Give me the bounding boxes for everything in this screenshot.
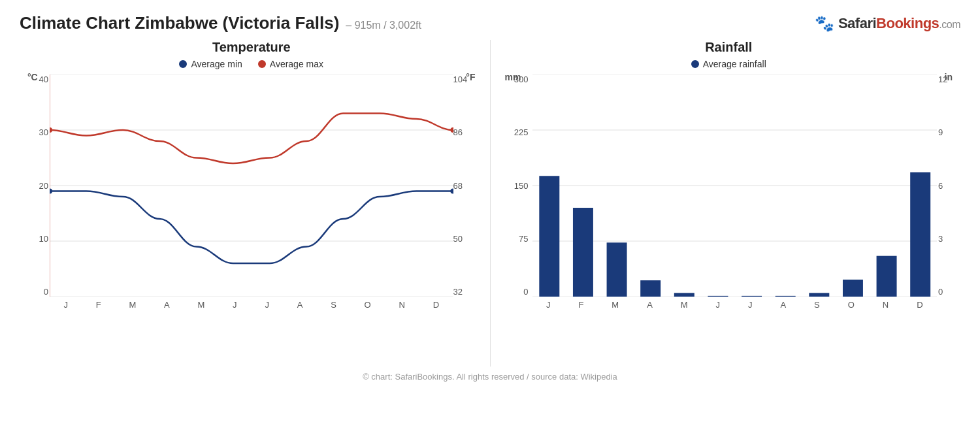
temp-right-32: 32: [453, 287, 463, 297]
rain-left-axis: 300 225 150 75 0: [505, 74, 529, 297]
temp-month-m2: M: [197, 300, 204, 310]
logo-icon: 🐾: [815, 14, 834, 33]
rainfall-chart-area: mm in 300 225 150 75 0 12 9 6 3 0: [504, 74, 955, 323]
rain-right-3: 3: [938, 234, 943, 244]
charts-row: Temperature Average min Average max °C °…: [20, 40, 960, 367]
temp-left-10: 10: [39, 234, 48, 244]
rainfall-chart-container: Rainfall Average rainfall mm in 300 225 …: [497, 40, 961, 367]
rain-month-j1: J: [546, 300, 551, 310]
temp-left-40: 40: [39, 74, 48, 84]
page-title: Climate Chart Zimbabwe (Victoria Falls): [20, 13, 339, 33]
temp-month-o: O: [365, 300, 371, 310]
temp-left-0: 0: [44, 287, 48, 297]
legend-item-rainfall: Average rainfall: [691, 59, 766, 69]
rain-month-s: S: [814, 300, 820, 310]
rain-month-j3: J: [748, 300, 753, 310]
temp-right-68: 68: [453, 181, 463, 191]
svg-rect-26: [910, 172, 930, 297]
rain-month-d: D: [917, 300, 923, 310]
temp-month-a2: A: [297, 300, 303, 310]
rain-left-225: 225: [514, 127, 529, 137]
subtitle: – 915m / 3,002ft: [346, 20, 421, 31]
svg-rect-17: [606, 242, 627, 297]
legend-label-rainfall: Average rainfall: [703, 59, 766, 69]
svg-rect-22: [775, 296, 795, 297]
svg-rect-19: [674, 293, 694, 297]
svg-point-9: [450, 127, 453, 133]
temp-left-20: 20: [39, 181, 48, 191]
rain-right-12: 12: [938, 74, 947, 84]
rain-month-m2: M: [681, 300, 688, 310]
legend-dot-max: [258, 60, 266, 68]
legend-label-max: Average max: [270, 59, 323, 69]
temperature-chart-title: Temperature: [26, 40, 477, 55]
chart-divider: [490, 40, 491, 367]
logo-dotcom: .com: [939, 19, 960, 30]
rain-left-150: 150: [514, 181, 529, 191]
temp-curves-svg: [50, 74, 453, 297]
temperature-chart-area: °C °F 40 30 20 10: [26, 74, 477, 323]
svg-rect-15: [539, 176, 559, 297]
logo-bookings: Bookings: [876, 15, 939, 31]
legend-item-min: Average min: [179, 59, 242, 69]
legend-label-min: Average min: [191, 59, 242, 69]
rain-month-m1: M: [612, 300, 619, 310]
temp-month-d: D: [433, 300, 439, 310]
svg-rect-16: [572, 208, 593, 297]
rain-x-axis: J F M A M J J A S O N D: [532, 300, 938, 310]
svg-point-6: [50, 189, 52, 194]
svg-rect-24: [842, 280, 862, 297]
temp-right-50: 50: [453, 234, 463, 244]
svg-point-7: [450, 189, 453, 194]
rain-month-n: N: [883, 300, 889, 310]
rain-month-a2: A: [780, 300, 786, 310]
temp-month-s: S: [331, 300, 336, 310]
rainfall-chart-title: Rainfall: [504, 40, 955, 55]
legend-item-max: Average max: [258, 59, 323, 69]
rain-left-75: 75: [519, 234, 528, 244]
temp-left-axis: 40 30 20 10 0: [27, 74, 48, 297]
rain-month-o: O: [848, 300, 855, 310]
temp-month-m1: M: [129, 300, 136, 310]
temp-month-j3: J: [265, 300, 269, 310]
logo-text: SafariBookings.com: [838, 15, 960, 32]
svg-rect-21: [742, 296, 762, 297]
temp-right-axis: 104 86 68 50 32: [453, 74, 477, 297]
title-group: Climate Chart Zimbabwe (Victoria Falls) …: [20, 13, 421, 33]
temp-month-j1: J: [63, 300, 68, 310]
temp-month-n: N: [399, 300, 404, 310]
svg-point-8: [50, 127, 52, 133]
rain-left-0: 0: [523, 287, 528, 297]
temperature-legend: Average min Average max: [26, 59, 477, 69]
temp-month-j2: J: [233, 300, 237, 310]
legend-dot-min: [179, 60, 187, 68]
temp-right-104: 104: [453, 74, 468, 84]
temp-month-a1: A: [164, 300, 170, 310]
footer-note: © chart: SafariBookings. All rights rese…: [20, 372, 960, 382]
logo-area: 🐾 SafariBookings.com: [815, 14, 960, 33]
rain-right-0: 0: [938, 287, 943, 297]
svg-rect-23: [809, 293, 829, 297]
rain-month-a1: A: [647, 300, 653, 310]
svg-rect-18: [640, 280, 661, 297]
rain-month-j2: J: [716, 300, 721, 310]
rain-left-300: 300: [514, 74, 529, 84]
svg-rect-20: [708, 296, 728, 297]
rain-right-6: 6: [938, 181, 943, 191]
temperature-chart-container: Temperature Average min Average max °C °…: [20, 40, 483, 367]
logo-safari: Safari: [838, 15, 876, 31]
rain-right-9: 9: [938, 127, 943, 137]
temp-right-86: 86: [453, 127, 463, 137]
rain-right-axis: 12 9 6 3 0: [938, 74, 954, 297]
legend-dot-rainfall: [691, 60, 699, 68]
rainfall-legend: Average rainfall: [504, 59, 955, 69]
svg-rect-25: [876, 256, 896, 297]
temp-month-f: F: [96, 300, 101, 310]
rain-month-f: F: [578, 300, 583, 310]
rainfall-bars-svg: [532, 74, 938, 297]
temp-x-axis: J F M A M J J A S O N D: [50, 300, 453, 310]
temp-left-30: 30: [39, 127, 48, 137]
